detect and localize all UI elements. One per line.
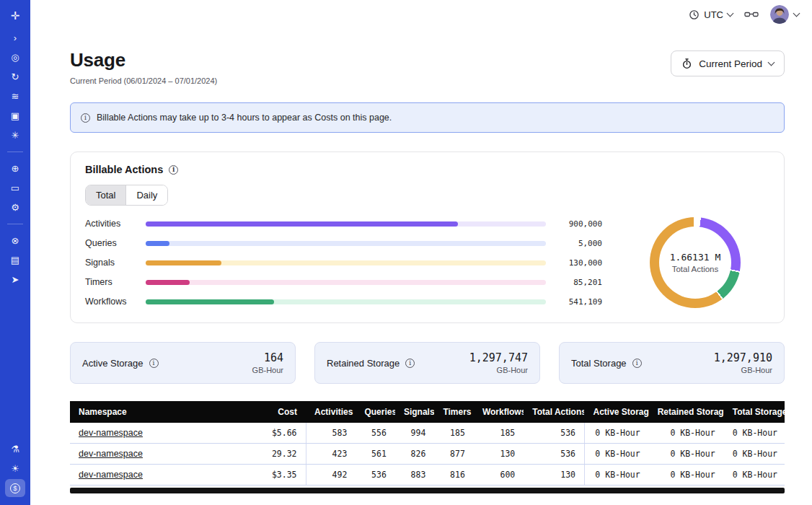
bar-value-label: 130,000: [556, 258, 602, 268]
donut-ring: 1.66131 M Total Actions: [650, 217, 741, 308]
bar-fill: [146, 260, 221, 265]
nexus-asterisk-icon[interactable]: ✳: [5, 126, 25, 144]
storage-card-value-wrap: 1,297,747 GB-Hour: [469, 351, 528, 374]
rocket-icon[interactable]: ➤: [5, 271, 25, 289]
info-icon[interactable]: i: [405, 359, 415, 368]
docs-book-icon[interactable]: ▤: [5, 251, 25, 269]
namespace-link[interactable]: dev-namespace: [79, 449, 143, 459]
temporal-logo-icon[interactable]: ✛: [5, 6, 25, 25]
retained-storage-cell: 0 KB-Hour: [649, 465, 724, 486]
table-scrollbar[interactable]: [70, 488, 785, 493]
col-workflows: Workflows: [474, 401, 524, 423]
bar-track: [146, 241, 546, 246]
history-icon[interactable]: ↻: [5, 68, 25, 86]
namespace-usage-table: NamespaceCostActivitiesQueriesSignalsTim…: [70, 401, 785, 493]
bar-track: [146, 280, 546, 285]
title-row: Usage Current Period (06/01/2024 – 07/01…: [70, 49, 785, 85]
period-subtitle: Current Period (06/01/2024 – 07/01/2024): [70, 76, 217, 85]
col-total-actions: Total Actions: [524, 401, 584, 423]
total-storage-cell: 0 KB-Hour: [724, 423, 785, 444]
namespace-link[interactable]: dev-namespace: [79, 470, 143, 480]
storage-card-unit: GB-Hour: [714, 366, 772, 374]
bar-row: Timers 85,201: [85, 278, 602, 287]
total-actions-value: 1.66131 M: [670, 252, 720, 263]
cost-cell: $3.35: [256, 465, 306, 486]
col-timers: Timers: [434, 401, 474, 423]
lab-flask-icon[interactable]: ⚗: [5, 440, 25, 458]
bar-row: Workflows 541,109: [85, 297, 602, 307]
info-icon: i: [81, 113, 90, 123]
storage-card-value-wrap: 164 GB-Hour: [252, 351, 283, 374]
timezone-selector[interactable]: UTC: [689, 9, 733, 20]
table-row: dev-namespace 29.32 423 561 826 877 130 …: [70, 444, 785, 465]
col-queries: Queries: [356, 401, 395, 423]
tab-daily[interactable]: Daily: [126, 185, 167, 205]
storage-card-unit: GB-Hour: [469, 366, 528, 374]
timers-cell: 877: [434, 444, 474, 465]
bar-category-label: Queries: [85, 238, 136, 248]
workflows-cell: 130: [474, 444, 524, 465]
bar-row: Signals 130,000: [85, 258, 602, 268]
storage-card-value: 164: [252, 351, 283, 364]
active-storage-cell: 0 KB-Hour: [584, 423, 648, 444]
total-actions-label: Total Actions: [672, 265, 719, 273]
bar-value-label: 900,000: [556, 219, 602, 229]
namespaces-icon[interactable]: ◎: [5, 48, 25, 66]
period-button-label: Current Period: [699, 58, 762, 69]
layers-icon[interactable]: ≋: [5, 87, 25, 105]
usage-dollar-icon[interactable]: $: [5, 479, 25, 497]
support-icon[interactable]: ⊗: [5, 232, 25, 250]
namespace-cell: dev-namespace: [70, 423, 256, 444]
info-icon[interactable]: i: [169, 165, 178, 175]
stopwatch-icon: [681, 58, 692, 69]
clock-icon: [689, 9, 700, 20]
app-root: ✛›◎↻≋▣✳⊕▭⚙⊗▤➤ ⚗☀$ UTC: [0, 0, 812, 505]
deployments-icon[interactable]: ▣: [5, 107, 25, 125]
bar-category-label: Signals: [85, 258, 136, 268]
namespace-cell: dev-namespace: [70, 444, 256, 465]
storage-card-unit: GB-Hour: [252, 366, 283, 374]
bar-value-label: 541,109: [556, 297, 602, 307]
info-icon[interactable]: i: [632, 359, 642, 368]
billable-actions-header: Billable Actions i: [85, 164, 769, 175]
expand-sidebar-icon[interactable]: ›: [5, 29, 25, 47]
billing-card-icon[interactable]: ▭: [5, 179, 25, 197]
globe-icon[interactable]: ⊕: [5, 159, 25, 177]
bar-value-label: 5,000: [556, 239, 602, 248]
chevron-down-icon: [793, 9, 800, 17]
retained-storage-card: Retained Storage i 1,297,747 GB-Hour: [314, 342, 540, 384]
col-activities: Activities: [306, 401, 356, 423]
info-icon[interactable]: i: [149, 359, 159, 368]
queries-cell: 561: [356, 444, 395, 465]
user-menu[interactable]: [770, 5, 799, 24]
active-storage-cell: 0 KB-Hour: [584, 465, 648, 486]
col-retained-storage: Retained Storage: [649, 401, 724, 423]
sidebar-top-group: ✛›◎↻≋▣✳⊕▭⚙⊗▤➤: [5, 6, 25, 289]
col-signals: Signals: [395, 401, 435, 423]
usage-page: Usage Current Period (06/01/2024 – 07/01…: [30, 29, 812, 493]
tab-total[interactable]: Total: [86, 185, 126, 205]
activities-cell: 492: [306, 465, 356, 486]
storage-card-label: Retained Storage i: [327, 358, 415, 369]
table-row: dev-namespace $5.66 583 556 994 185 185 …: [70, 423, 785, 444]
cost-cell: 29.32: [256, 444, 306, 465]
chevron-down-icon: [768, 58, 775, 66]
namespace-link[interactable]: dev-namespace: [79, 428, 143, 438]
storage-cards-row: Active Storage i 164 GB-Hour Retained St…: [70, 342, 785, 384]
sidebar-divider: [7, 152, 23, 152]
chevron-down-icon: [727, 9, 734, 17]
settings-gear-icon[interactable]: ⚙: [5, 198, 25, 216]
signals-cell: 826: [395, 444, 435, 465]
col-active-storage: Active Storage: [584, 401, 648, 423]
banner-text: Billable Actions may take up to 3-4 hour…: [97, 113, 392, 123]
billable-actions-title: Billable Actions: [85, 164, 163, 175]
theme-sun-icon[interactable]: ☀: [5, 460, 25, 478]
feedback-glasses-icon[interactable]: [744, 9, 759, 19]
billable-actions-chart: Activities 900,000 Queries 5,000: [85, 217, 769, 308]
page-title: Usage: [70, 49, 217, 71]
total-storage-cell: 0 KB-Hour: [724, 444, 785, 465]
queries-cell: 556: [356, 423, 395, 444]
period-selector-button[interactable]: Current Period: [671, 50, 785, 76]
bar-category-label: Timers: [85, 277, 136, 287]
storage-card-value-wrap: 1,297,910 GB-Hour: [714, 351, 772, 374]
